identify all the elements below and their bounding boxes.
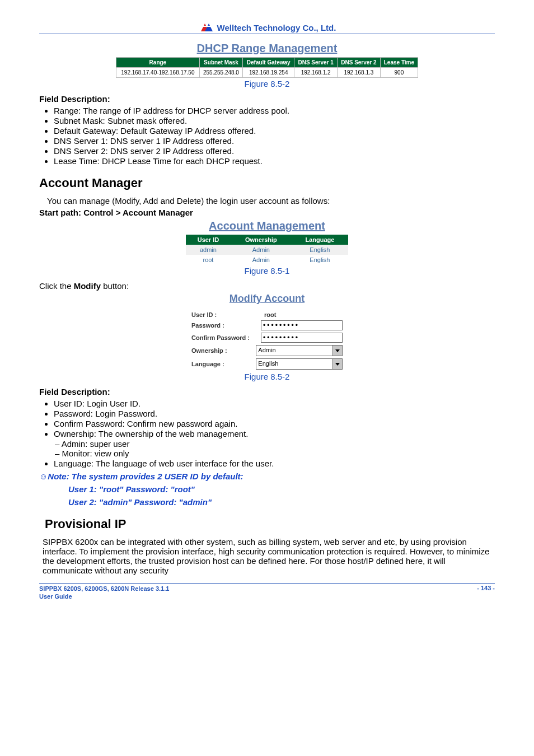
user-id-value: root (264, 311, 276, 318)
acct-col-user: User ID (186, 235, 231, 245)
click-modify-text: Click the Modify button: (39, 281, 495, 291)
acct-figure-label: Figure 8.5-1 (39, 266, 495, 276)
fd1-item: Lease Time: DHCP Lease Time for each DHC… (54, 156, 495, 166)
page-header: Welltech Technology Co., Ltd. (39, 22, 495, 34)
fd2-subitem: Admin: super user (55, 439, 495, 449)
ownership-select[interactable]: Admin (256, 345, 343, 356)
dhcp-col-gateway: Default Gateway (243, 58, 294, 68)
fd2-sublist: Admin: super user Monitor: view only (55, 439, 495, 458)
dhcp-range-panel: DHCP Range Management Range Subnet Mask … (116, 40, 418, 78)
dhcp-col-range: Range (116, 58, 200, 68)
fd2-item: Ownership: The ownership of the web mana… (54, 429, 495, 438)
fd1-item: DNS Server 2: DNS server 2 IP Address of… (54, 146, 495, 156)
field-desc1-heading: Field Description: (39, 94, 495, 104)
footer-page-number: - 143 - (477, 585, 495, 591)
provisional-body: SIPPBX 6200x can be integrated with othe… (43, 537, 495, 575)
note-line2: User 1: "root" Password: "root" (68, 484, 495, 494)
language-label: Language : (191, 361, 256, 367)
fd2-item: Language: The language of web user inter… (54, 459, 495, 468)
dhcp-col-dns2: DNS Server 2 (338, 58, 381, 68)
chevron-down-icon[interactable] (332, 346, 342, 356)
dhcp-panel-title: DHCP Range Management (116, 40, 418, 57)
field-desc2-list-after: Language: The language of web user inter… (54, 459, 495, 468)
note-line3: User 2: "admin" Password: "admin" (68, 497, 495, 507)
confirm-password-input[interactable]: ••••••••• (261, 333, 343, 343)
dhcp-row: 192.168.17.40-192.168.17.50 255.255.248.… (116, 68, 418, 78)
note-line1: ☺Note: The system provides 2 USER ID by … (39, 472, 495, 481)
password-label: Password : (191, 322, 261, 329)
field-desc2-list: User ID: Login User ID. Password: Login … (54, 399, 495, 438)
modify-figure-label: Figure 8.5-2 (39, 372, 495, 381)
acct-col-language: Language (292, 235, 348, 245)
start-path-label: Start path: (39, 208, 81, 217)
acct-col-ownership: Ownership (231, 235, 292, 245)
dhcp-table: Range Subnet Mask Default Gateway DNS Se… (116, 57, 418, 78)
ownership-label: Ownership : (191, 347, 256, 354)
page-footer: SIPPBX 6200S, 6200GS, 6200N Release 3.1.… (39, 583, 495, 601)
confirm-password-label: Confirm Password : (191, 334, 261, 341)
field-desc2-heading: Field Description: (39, 387, 495, 396)
acct-row: root Admin English (186, 255, 348, 265)
start-path-value: Control > Account Manager (83, 208, 193, 217)
welltech-logo-icon (198, 22, 215, 32)
account-table: User ID Ownership Language admin Admin E… (186, 235, 348, 265)
fd2-item: User ID: Login User ID. (54, 399, 495, 408)
account-manager-heading: Account Manager (39, 176, 495, 190)
password-input[interactable]: ••••••••• (261, 320, 343, 330)
fd1-item: DNS Server 1: DNS server 1 IP Address of… (54, 136, 495, 146)
dhcp-col-mask: Subnet Mask (199, 58, 242, 68)
fd2-item: Confirm Password: Confirm new password a… (54, 419, 495, 428)
svg-rect-2 (203, 26, 210, 27)
user-id-label: User ID : (191, 311, 264, 318)
fd1-item: Range: The range of IP address for DHCP … (54, 106, 495, 115)
provisional-heading: Provisional IP (45, 517, 495, 531)
acct-panel-title: Account Management (186, 217, 348, 235)
fd1-item: Subnet Mask: Subnet mask offered. (54, 116, 495, 125)
dhcp-figure-label: Figure 8.5-2 (39, 79, 495, 88)
fd1-item: Default Gateway: Default Gateway IP Addr… (54, 126, 495, 136)
chevron-down-icon[interactable] (332, 359, 342, 369)
footer-left: SIPPBX 6200S, 6200GS, 6200N Release 3.1.… (39, 585, 466, 601)
account-manager-intro: You can manage (Modify, Add and Delete) … (47, 196, 495, 206)
account-management-panel: Account Management User ID Ownership Lan… (186, 217, 348, 265)
language-select[interactable]: English (256, 358, 343, 370)
modify-account-panel: Modify Account User ID : root Password :… (186, 291, 348, 371)
field-desc1-list: Range: The range of IP address for DHCP … (54, 106, 495, 166)
acct-row: admin Admin English (186, 245, 348, 255)
fd2-subitem: Monitor: view only (55, 449, 495, 458)
dhcp-col-dns1: DNS Server 1 (294, 58, 338, 68)
company-name: Welltech Technology Co., Ltd. (217, 23, 336, 32)
dhcp-col-lease: Lease Time (380, 58, 418, 68)
fd2-item: Password: Login Password. (54, 409, 495, 418)
modify-panel-title: Modify Account (186, 291, 348, 307)
